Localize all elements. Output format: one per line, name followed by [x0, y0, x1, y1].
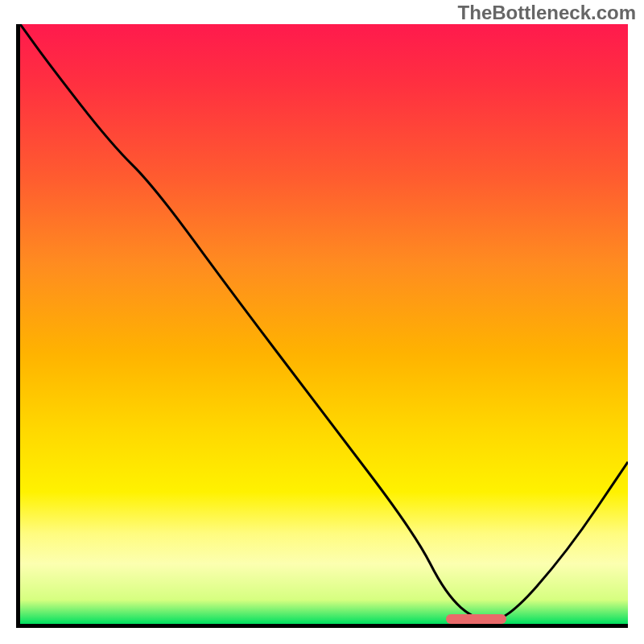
optimal-range-marker	[446, 614, 507, 624]
plot-area	[16, 24, 628, 628]
watermark-text: TheBottleneck.com	[458, 2, 636, 24]
bottleneck-curve	[20, 24, 628, 624]
chart-container: TheBottleneck.com	[0, 0, 644, 644]
